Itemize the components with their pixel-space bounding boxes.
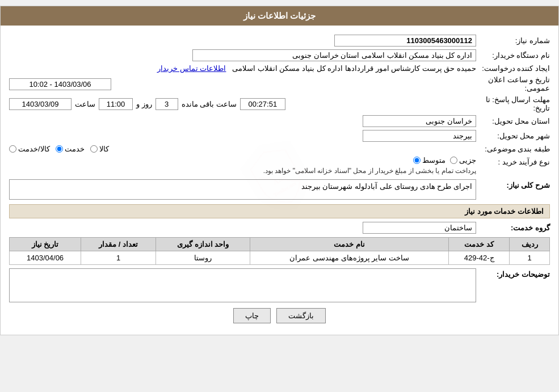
- purchase-option-medium: متوسط: [413, 156, 445, 165]
- services-table: ردیف کد خدمت نام خدمت واحد اندازه گیری ت…: [9, 237, 550, 265]
- deadline-days: 3: [155, 98, 178, 110]
- col-header-qty: تعداد / مقدار: [81, 238, 156, 251]
- service-group-value: ساختمان: [363, 222, 476, 234]
- deadline-remaining: 00:27:51: [240, 98, 285, 110]
- category-option-goods-service: کالا/خدمت: [9, 145, 50, 153]
- description-value: اجرای طرح هادی روستای علی آبادلوله شهرست…: [9, 179, 476, 200]
- purchase-label-minor: جزیی: [459, 156, 476, 165]
- category-label: طبقه بندی موضوعی:: [476, 145, 550, 153]
- services-section-title: اطلاعات خدمات مورد نیاز: [9, 204, 550, 218]
- purchase-note: پرداخت تمام یا بخشی از مبلغ خریدار از مح…: [263, 167, 476, 175]
- deadline-date: 1403/03/09: [9, 98, 72, 110]
- col-header-row: ردیف: [510, 238, 550, 251]
- buyer-org-label: نام دستگاه خریدار:: [476, 51, 550, 60]
- category-label-service: خدمت: [65, 145, 85, 153]
- category-label-goods: کالا: [99, 145, 109, 153]
- city-value: بیرجند: [363, 130, 476, 142]
- need-number-value: 1103005463000112: [334, 35, 476, 47]
- cell-name: ساخت سایر پروژه‌های مهندسی عمران: [250, 251, 449, 265]
- service-group-label: گروه خدمت:: [476, 224, 550, 232]
- creator-value: حمیده حق پرست کارشناس امور قراردادها ادا…: [232, 64, 476, 73]
- buyer-notes-label: توضیحات خریدار:: [476, 268, 550, 279]
- buyer-notes-textarea[interactable]: [9, 268, 476, 302]
- cell-code: ج-42-429: [448, 251, 509, 265]
- cell-date: 1403/04/06: [10, 251, 81, 265]
- page-header: جزئیات اطلاعات نیاز: [1, 6, 558, 26]
- cell-row: 1: [510, 251, 550, 265]
- back-button[interactable]: بازگشت: [276, 308, 326, 323]
- col-header-name: نام خدمت: [250, 238, 449, 251]
- need-number-label: شماره نیاز:: [476, 36, 550, 45]
- deadline-time: 11:00: [99, 98, 133, 110]
- col-header-unit: واحد اندازه گیری: [156, 238, 250, 251]
- col-header-code: کد خدمت: [448, 238, 509, 251]
- creator-label: ایجاد کننده درخواست:: [476, 64, 550, 73]
- purchase-option-minor: جزیی: [450, 156, 476, 165]
- city-label: شهر محل تحویل:: [476, 132, 550, 140]
- creator-contact-link[interactable]: اطلاعات تماس خریدار: [157, 64, 226, 73]
- purchase-radio-minor[interactable]: [450, 157, 457, 164]
- buttons-row: بازگشت چاپ: [9, 308, 550, 323]
- category-option-goods: کالا: [90, 145, 109, 153]
- deadline-days-label: روز و: [136, 100, 152, 108]
- announce-value: 1403/03/06 - 10:02: [9, 78, 111, 90]
- print-button[interactable]: چاپ: [233, 308, 271, 323]
- purchase-label-medium: متوسط: [422, 156, 445, 165]
- cell-quantity: 1: [81, 251, 156, 265]
- category-label-goods-service: کالا/خدمت: [18, 145, 50, 153]
- province-label: استان محل تحویل:: [476, 117, 550, 125]
- cell-unit: روستا: [156, 251, 250, 265]
- buyer-org-value: اداره کل بنیاد مسکن انقلاب اسلامی استان …: [192, 49, 476, 61]
- category-radio-goods[interactable]: [90, 145, 98, 153]
- category-option-service: خدمت: [56, 145, 85, 153]
- deadline-time-label: ساعت: [75, 100, 95, 108]
- col-header-date: تاریخ نیاز: [10, 238, 81, 251]
- purchase-radio-medium[interactable]: [413, 157, 421, 164]
- table-row: 1ج-42-429ساخت سایر پروژه‌های مهندسی عمرا…: [10, 251, 550, 265]
- announce-label: تاریخ و ساعت اعلان عمومی:: [476, 75, 550, 92]
- page-title: جزئیات اطلاعات نیاز: [243, 11, 316, 20]
- purchase-label: نوع فرآیند خرید :: [476, 156, 550, 166]
- deadline-remaining-label: ساعت باقی مانده: [182, 100, 237, 108]
- category-radio-goods-service[interactable]: [9, 145, 16, 153]
- deadline-label: مهلت ارسال پاسخ: تا تاریخ:: [476, 95, 550, 112]
- description-label: شرح کلی نیاز:: [476, 179, 550, 189]
- category-radio-service[interactable]: [56, 145, 63, 153]
- province-value: خراسان جنوبی: [363, 115, 476, 127]
